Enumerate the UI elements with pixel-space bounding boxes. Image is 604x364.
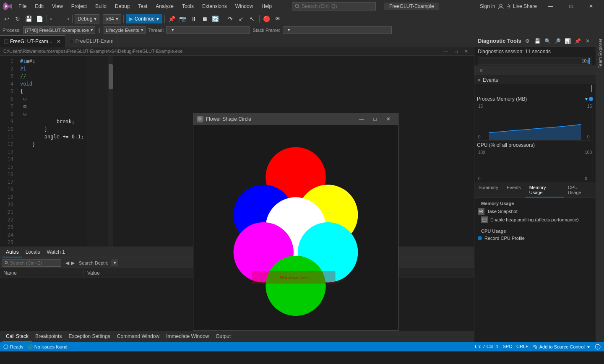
team-explorer-label[interactable]: Team Explorer [597, 35, 604, 72]
path-maximize[interactable]: □ [452, 49, 460, 54]
svg-point-21 [480, 211, 482, 212]
stack-frame-dropdown[interactable]: ▾ [283, 26, 392, 34]
editor-tab-1[interactable]: FreeGLUT-Exam [65, 35, 118, 47]
diag-title: Diagnostic Tools [478, 38, 523, 44]
diag-pin-btn[interactable]: 📌 [573, 36, 582, 46]
status-notifications[interactable]: ! [595, 344, 601, 350]
tab-close-0[interactable]: ✕ [57, 39, 61, 44]
menu-test[interactable]: Test [135, 2, 151, 11]
thread-dropdown[interactable]: ▾ [166, 26, 250, 34]
tab-breakpoints[interactable]: Breakpoints [32, 332, 65, 342]
lifecycle-events-dropdown[interactable]: Lifecycle Events ▾ [104, 26, 145, 34]
autos-search-input[interactable] [10, 260, 52, 265]
diag-timeline[interactable]: 10s [478, 57, 592, 65]
diag-save-btn[interactable]: 💾 [533, 36, 542, 46]
status-no-issues[interactable]: No issues found [28, 344, 68, 349]
diag-tab-summary[interactable]: Summary [474, 183, 502, 198]
diag-close-btn[interactable]: ✕ [583, 36, 592, 46]
toolbar-save-all-btn[interactable]: 📄 [34, 14, 44, 24]
mem-chart-area [487, 103, 583, 140]
autos-search-box[interactable] [3, 259, 61, 267]
bookmark-btn[interactable]: 📌 [167, 14, 177, 24]
flower-maximize-btn[interactable]: □ [369, 114, 381, 124]
tab-exception-settings[interactable]: Exception Settings [65, 332, 113, 342]
toolbar-save-btn[interactable]: 💾 [23, 14, 34, 24]
menu-view[interactable]: View [49, 2, 66, 11]
tab-autos[interactable]: Autos [3, 247, 22, 257]
toolbar-new-btn[interactable]: ↩ [2, 14, 12, 24]
process-dropdown[interactable]: [7748] FreeGLUT-Example.exe ▾ [23, 26, 95, 34]
breakpoint-btn[interactable]: 🔴 [262, 14, 272, 24]
editor-tab-0[interactable]: FreeGLUT-Exam... ✕ [0, 35, 65, 47]
diag-zoom-in-btn[interactable]: 🔎 [553, 36, 562, 46]
svg-rect-3 [4, 39, 8, 44]
tab-call-stack[interactable]: Call Stack [3, 332, 32, 342]
menu-extensions[interactable]: Extensions [199, 2, 230, 11]
step-into-btn[interactable]: ↙ [236, 14, 246, 24]
nav-backward[interactable]: ◀ [65, 260, 69, 266]
live-share-button[interactable]: Live Share [505, 3, 537, 9]
toolbar-open-btn[interactable]: ↻ [13, 14, 23, 24]
events-section-header[interactable]: ▼ Events [474, 76, 596, 84]
sign-in-button[interactable]: Sign in [480, 3, 504, 9]
events-area [477, 84, 593, 94]
record-cpu-item[interactable]: Record CPU Profile [478, 235, 592, 242]
stop-btn[interactable]: ⏹ [200, 14, 210, 24]
step-over-btn[interactable]: ↷ [225, 14, 235, 24]
camera-btn[interactable]: 📷 [178, 14, 188, 24]
watch-btn[interactable]: 👁 [273, 14, 283, 24]
minimize-button[interactable]: — [541, 0, 560, 13]
menu-project[interactable]: Project [68, 2, 90, 11]
path-minimize[interactable]: — [441, 49, 450, 54]
menu-tools[interactable]: Tools [179, 2, 197, 11]
flower-close-btn[interactable]: ✕ [382, 114, 395, 124]
close-button[interactable]: ✕ [581, 0, 601, 13]
step-out-btn[interactable]: ↖ [247, 14, 257, 24]
take-snapshot-item[interactable]: Take Snapshot [478, 207, 592, 216]
tab-command-window[interactable]: Command Window [114, 332, 163, 342]
svg-text:Window size...: Window size... [279, 274, 312, 281]
menu-file[interactable]: File [15, 2, 30, 11]
diag-tb-btn-1[interactable]: ⏸ [477, 66, 485, 75]
diag-tab-events[interactable]: Events [502, 183, 525, 198]
window-controls: — □ ✕ [541, 0, 601, 13]
restart-btn[interactable]: 🔄 [211, 14, 221, 24]
diag-settings-btn[interactable]: ⚙ [523, 36, 532, 46]
search-input[interactable] [302, 3, 360, 9]
tab-locals[interactable]: Locals [22, 247, 44, 257]
search-depth-spinner[interactable]: ▾ [112, 260, 118, 266]
menu-window[interactable]: Window [232, 2, 257, 11]
search-box[interactable] [292, 2, 376, 10]
diag-chart-btn[interactable]: 📊 [563, 36, 572, 46]
file-path: C:\Users\Rizwan\source\repos\FreeGLUT-Ex… [3, 49, 182, 54]
path-close[interactable]: ✕ [462, 49, 471, 54]
tab-output[interactable]: Output [212, 332, 234, 342]
menu-edit[interactable]: Edit [31, 2, 47, 11]
status-ready[interactable]: Ready [3, 344, 23, 349]
diag-tab-memory-usage[interactable]: Memory Usage [525, 183, 564, 198]
maximize-button[interactable]: □ [561, 0, 581, 13]
tab-watch1[interactable]: Watch 1 [43, 247, 68, 257]
menu-debug[interactable]: Debug [112, 2, 133, 11]
enable-heap-item[interactable]: Enable heap profiling (affects performan… [478, 216, 592, 224]
col-name: Name [0, 270, 84, 276]
svg-line-17 [8, 264, 8, 265]
editor-scrollbar[interactable] [108, 56, 113, 247]
menu-help[interactable]: Help [258, 2, 275, 11]
flower-minimize-btn[interactable]: — [355, 114, 368, 124]
diag-tab-cpu-usage[interactable]: CPU Usage [564, 183, 596, 198]
pause-btn[interactable]: ⏸ [189, 14, 199, 24]
toolbar-redo-btn[interactable]: ⟶ [60, 14, 70, 24]
toolbar-undo-btn[interactable]: ⟵ [49, 14, 59, 24]
nav-forward[interactable]: ▶ [71, 260, 75, 266]
add-source-control[interactable]: Add to Source Control [533, 344, 591, 350]
diag-zoom-out-btn[interactable]: 🔍 [543, 36, 552, 46]
svg-point-25 [28, 345, 32, 349]
tab-immediate-window[interactable]: Immediate Window [163, 332, 212, 342]
code-body[interactable]: #i■#i #i // void { ⊟ [17, 56, 87, 247]
continue-button[interactable]: ▶ Continue ▾ [126, 14, 162, 23]
menu-build[interactable]: Build [92, 2, 110, 11]
debug-config-dropdown[interactable]: Debug ▾ [75, 14, 99, 23]
platform-dropdown[interactable]: x64 ▾ [103, 14, 121, 23]
menu-analyze[interactable]: Analyze [152, 2, 177, 11]
